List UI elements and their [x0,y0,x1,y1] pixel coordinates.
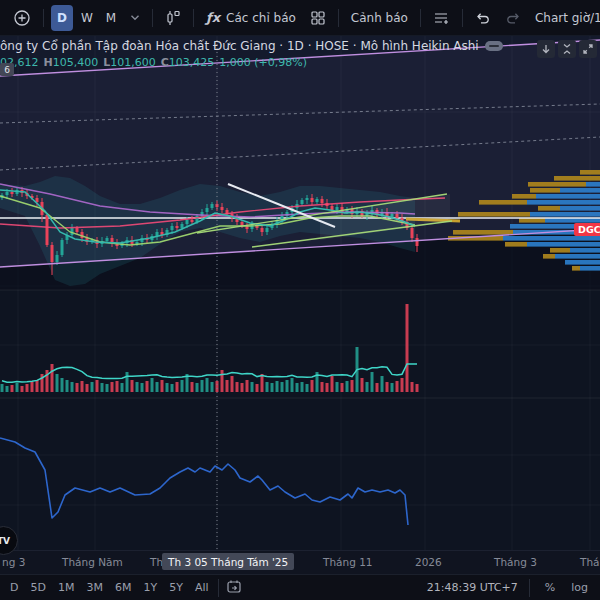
watchlist-button[interactable] [428,5,455,31]
interval-dropdown-button[interactable] [125,5,145,31]
range-1m-button[interactable]: 1M [52,579,81,596]
tradingview-app: D W M ƒx Các chỉ báo Cảnh báo [0,0,600,600]
undo-icon [475,11,491,25]
interval-m-button[interactable]: M [101,5,121,31]
interval-d-button[interactable]: D [51,5,73,31]
toolbar-separator [43,9,44,27]
toolbar-separator [462,9,463,27]
collapse-pane-icon [561,43,573,55]
range-all-button[interactable]: All [189,579,215,596]
list-add-icon [433,10,450,26]
indicators-label: Các chỉ báo [226,11,296,25]
time-axis-label: Tháng [580,556,600,568]
fx-icon: ƒx [206,10,220,25]
redo-icon [505,11,521,25]
time-axis-label: Tháng Năm [62,556,123,568]
chart-area[interactable]: ông ty Cổ phần Tập đoàn Hóa chất Đức Gia… [0,36,600,550]
add-symbol-icon [13,9,31,27]
clock[interactable]: 21:48:39 UTC+7 [427,581,518,594]
range-5d-button[interactable]: 5D [24,579,51,596]
layout-grid-icon [310,10,326,26]
arrow-down-icon [540,43,552,55]
range-6m-button[interactable]: 6M [109,579,138,596]
pane-buttons [537,40,597,58]
collapse-pane-button[interactable] [558,40,576,58]
move-pane-down-button[interactable] [537,40,555,58]
maximize-pane-icon [582,43,594,55]
layout-name-button[interactable]: Chart giờ/15' [530,5,600,31]
toolbar-separator [193,9,194,27]
chart-canvas[interactable] [0,36,600,550]
toolbar-separator [338,9,339,27]
go-to-date-button[interactable] [222,577,246,599]
time-axis-label: Tháng 11 [323,556,373,568]
layout-name-label: Chart giờ/15' [535,11,600,25]
interval-w-button[interactable]: W [77,5,97,31]
bottom-toolbar: D5D1M3M6M1Y5YAll 21:48:39 UTC+7 % log [0,574,600,600]
toolbar-separator [218,579,219,597]
toolbar-separator [420,9,421,27]
range-1y-button[interactable]: 1Y [137,579,163,596]
time-axis-label: Tháng 3 [494,556,537,568]
crosshair-date-label: Th 3 05 Tháng Tám '25 [162,553,294,570]
range-3m-button[interactable]: 3M [80,579,109,596]
log-scale-button[interactable]: log [567,579,592,596]
range-d-button[interactable]: D [4,579,24,596]
add-symbol-button[interactable] [8,5,36,31]
time-axis[interactable]: ng 3Tháng NămTháTháng 112026Tháng 3Tháng… [0,550,600,575]
chevron-down-icon [130,14,140,21]
time-axis-label: 2026 [415,556,442,568]
undo-button[interactable] [470,5,496,31]
candlestick-icon [165,9,181,27]
price-tag-dgc: DGC [574,223,600,236]
range-5y-button[interactable]: 5Y [163,579,189,596]
calendar-icon [226,579,242,594]
time-axis-label: ng 3 [2,556,25,568]
layout-grid-button[interactable] [305,5,331,31]
redo-button[interactable] [500,5,526,31]
chart-style-button[interactable] [160,5,186,31]
maximize-pane-button[interactable] [579,40,597,58]
indicators-button[interactable]: ƒx Các chỉ báo [201,5,301,31]
top-toolbar: D W M ƒx Các chỉ báo Cảnh báo [0,0,600,36]
alerts-button[interactable]: Cảnh báo [346,5,413,31]
toolbar-separator [152,9,153,27]
toolbar-separator [529,579,530,597]
percent-scale-button[interactable]: % [541,579,559,596]
drawing-anchor-label[interactable]: 6 [0,63,14,76]
